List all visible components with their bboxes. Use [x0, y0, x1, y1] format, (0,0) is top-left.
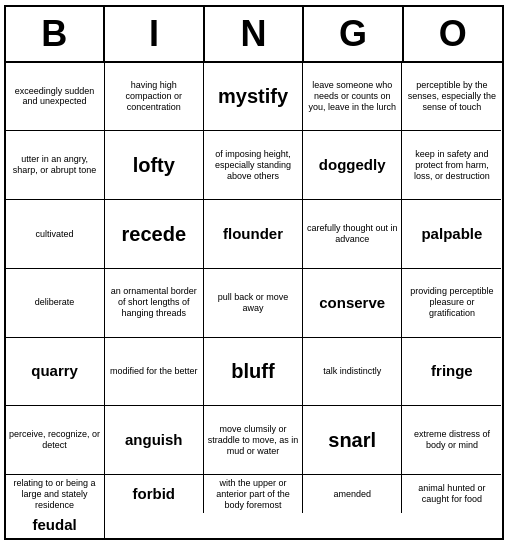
bingo-cell-9: keep in safety and protect from harm, lo…: [402, 131, 501, 200]
bingo-cell-24: fringe: [402, 338, 501, 407]
bingo-cell-18: conserve: [303, 269, 402, 338]
bingo-cell-3: leave someone who needs or counts on you…: [303, 63, 402, 132]
bingo-letter-i: I: [105, 7, 205, 61]
bingo-cell-20: quarry: [6, 338, 105, 407]
bingo-cell-10: cultivated: [6, 200, 105, 269]
bingo-cell-31: forbid: [105, 475, 204, 513]
bingo-cell-28: snarl: [303, 406, 402, 475]
bingo-cell-35: feudal: [6, 513, 105, 537]
bingo-cell-7: of imposing height, especially standing …: [204, 131, 303, 200]
bingo-cell-25: perceive, recognize, or detect: [6, 406, 105, 475]
bingo-cell-2: mystify: [204, 63, 303, 132]
bingo-cell-1: having high compaction or concentration: [105, 63, 204, 132]
bingo-letter-g: G: [304, 7, 404, 61]
bingo-cell-6: lofty: [105, 131, 204, 200]
bingo-cell-21: modified for the better: [105, 338, 204, 407]
bingo-cell-30: relating to or being a large and stately…: [6, 475, 105, 513]
bingo-cell-13: carefully thought out in advance: [303, 200, 402, 269]
bingo-cell-17: pull back or move away: [204, 269, 303, 338]
bingo-cell-14: palpable: [402, 200, 501, 269]
bingo-cell-33: amended: [303, 475, 402, 513]
bingo-cell-27: move clumsily or straddle to move, as in…: [204, 406, 303, 475]
bingo-cell-22: bluff: [204, 338, 303, 407]
bingo-cell-34: animal hunted or caught for food: [402, 475, 501, 513]
bingo-cell-32: with the upper or anterior part of the b…: [204, 475, 303, 513]
bingo-letter-n: N: [205, 7, 305, 61]
bingo-cell-4: perceptible by the senses, especially th…: [402, 63, 501, 132]
bingo-cell-5: utter in an angry, sharp, or abrupt tone: [6, 131, 105, 200]
bingo-cell-26: anguish: [105, 406, 204, 475]
bingo-cell-15: deliberate: [6, 269, 105, 338]
bingo-cell-11: recede: [105, 200, 204, 269]
bingo-header: BINGO: [6, 7, 502, 63]
bingo-cell-8: doggedly: [303, 131, 402, 200]
bingo-cell-16: an ornamental border of short lengths of…: [105, 269, 204, 338]
bingo-card: BINGO exceedingly sudden and unexpectedh…: [4, 5, 504, 540]
bingo-letter-o: O: [404, 7, 502, 61]
bingo-cell-29: extreme distress of body or mind: [402, 406, 501, 475]
bingo-cell-0: exceedingly sudden and unexpected: [6, 63, 105, 132]
bingo-grid: exceedingly sudden and unexpectedhaving …: [6, 63, 502, 538]
bingo-cell-12: flounder: [204, 200, 303, 269]
bingo-cell-19: providing perceptible pleasure or gratif…: [402, 269, 501, 338]
bingo-cell-23: talk indistinctly: [303, 338, 402, 407]
bingo-letter-b: B: [6, 7, 106, 61]
